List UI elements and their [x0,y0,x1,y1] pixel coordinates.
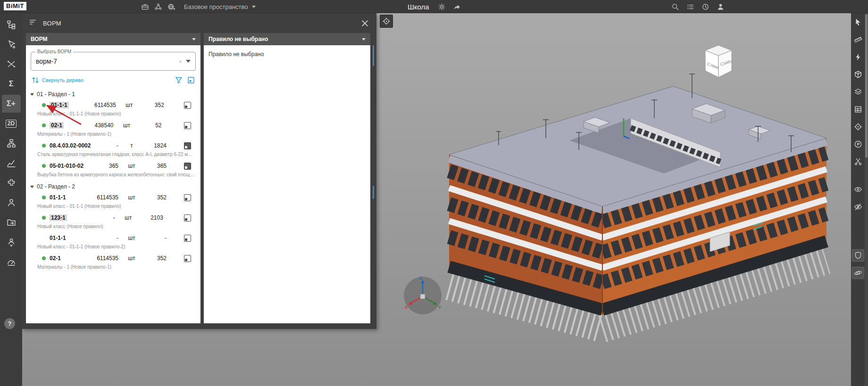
section-cut-button[interactable] [852,156,864,168]
item-code: 02-1 [50,255,91,262]
status-dot [42,216,46,220]
rule-link-icon[interactable] [184,194,191,201]
axis-y-label: Y [438,305,441,310]
axis-x-label: X [405,305,408,310]
tree-section-header[interactable]: 01 - Раздел - 1 [26,89,200,100]
panel-scrollbar[interactable] [373,186,374,199]
help-button[interactable]: ? [4,318,15,329]
item-code: 01-1-1 [50,194,91,201]
view-2d-button[interactable]: 2D [2,115,21,132]
plugins-button[interactable] [2,174,21,192]
rule-link-icon[interactable] [184,163,191,170]
item-subtitle: Новый класс - 01-1-1 (Новое правило) [26,110,196,117]
view-cube[interactable]: Слева Сзади [700,41,737,81]
drag-menu-icon[interactable] [29,18,37,28]
tree-item[interactable]: 02-1 438540 шт 52 Материалы - 1 (Новое п… [26,120,200,138]
tree-item[interactable]: 05-01-010-02 365 шт 365 Вырубка бетона и… [26,161,200,178]
viewport-focus-button[interactable] [380,15,393,28]
select-window-icon[interactable] [187,76,195,84]
status-dot [42,144,46,148]
connections-button[interactable] [2,55,21,73]
top-bar: BiMiT Базовое пространство Школа [0,0,868,13]
graph-button[interactable] [2,154,21,172]
tree-item[interactable]: 08.4.03.02-0002 - т 1824 Сталь арматурна… [26,140,200,158]
model-tree-button[interactable] [2,16,21,33]
sum-button[interactable]: Σ [2,75,21,93]
dashboard-gauge-button[interactable] [2,253,21,271]
rule-link-icon[interactable] [184,102,191,109]
rule-link-icon[interactable] [184,142,191,149]
account-icon[interactable] [715,2,726,11]
clear-icon[interactable]: × [175,58,186,65]
filter-icon[interactable] [175,76,183,84]
app-logo: BiMiT [4,2,26,10]
item-subtitle: Сталь арматурная горячекатаная гладкая, … [26,151,196,158]
select-tool-button[interactable] [2,35,21,53]
close-icon[interactable] [359,18,370,28]
collapse-tree-icon[interactable] [32,76,39,84]
parking-button[interactable]: P [852,138,864,150]
visibility-button[interactable] [852,183,864,196]
user-location-button[interactable] [2,233,21,251]
item-code: 01-1-1 [50,102,69,108]
workspace-select[interactable]: Базовое пространство [184,0,256,13]
collapse-tree-link[interactable]: Свернуть дерево [42,77,83,83]
window-title: ВОРМ [43,20,61,27]
item-subtitle: Материалы - 1 (Новое правило-1) [26,263,196,271]
project-title: Школа [408,0,429,13]
tree-item[interactable]: 01-1-1 6114535 шт 352 Новый класс - 01-1… [26,192,200,210]
list-icon[interactable] [685,2,695,11]
status-dot [42,164,46,168]
item-code: 08.4.03.02-0002 [50,142,91,149]
tree-item[interactable]: 01-1-1 6114535 шт 352 Новый класс - 01-1… [26,100,200,117]
cursor-tool-button[interactable] [852,16,864,28]
history-icon[interactable] [700,2,710,11]
tree-item[interactable]: 02-1 6114535 шт 352 Материалы - 1 (Новое… [26,253,200,271]
rule-section-header[interactable]: Правило не выбрано [204,33,370,45]
toolbox-icon[interactable] [140,2,150,11]
settings-gear-icon[interactable] [436,2,447,11]
measure-button[interactable] [852,33,864,46]
vorm-select[interactable]: Выбрать ВОРМ ворм-7 × [31,52,196,71]
vorm-panel: ВОРМ Выбрать ВОРМ ворм-7 × Свернуть дере… [26,33,200,323]
focus-target-button[interactable] [852,121,864,133]
item-subtitle: Вырубка бетона из арматурного каркаса же… [26,171,196,178]
sum-plus-button[interactable]: Σ+ [2,95,21,113]
orbit-3d-button[interactable] [852,267,864,279]
hide-button[interactable] [852,201,864,213]
vorm-section-header[interactable]: ВОРМ [26,33,200,45]
rule-link-icon[interactable] [184,255,191,262]
layers-button[interactable] [852,86,864,98]
tree-item[interactable]: 123-1 - шт 2103 Новый класс (Новое прави… [26,213,200,230]
structure-button[interactable] [2,134,21,152]
tree-item[interactable]: 01-1-1 - шт - Новый класс - 01-1-1 (Ново… [26,233,200,250]
item-subtitle: Новый класс - 01-1-1 (Новое правило-2) [26,243,196,250]
rule-link-icon[interactable] [184,214,191,222]
tree-section-header[interactable]: 02 - Раздел - 2 [26,181,200,192]
app-scrollbar-track[interactable] [865,13,868,386]
rule-link-icon[interactable] [184,122,191,129]
share-icon[interactable] [451,2,462,11]
item-code: 02-1 [50,122,64,129]
chevron-down-icon [252,6,256,8]
quick-actions-button[interactable] [852,51,864,63]
navigation-gyro[interactable]: Z X Y [402,274,443,315]
building-model [428,63,852,345]
team-icon[interactable] [153,2,163,11]
globe-add-icon[interactable] [166,2,176,11]
item-code: 123-1 [50,214,67,221]
search-icon[interactable] [670,2,680,11]
shield-button[interactable] [852,249,864,262]
status-dot [42,196,46,199]
user-button[interactable] [2,194,21,212]
right-toolbar: P [851,13,868,386]
app-scrollbar-thumb[interactable] [865,14,868,158]
panel-scrollbar[interactable] [373,45,374,66]
table-button[interactable] [852,103,864,115]
section-box-button[interactable] [852,68,864,81]
axis-z-label: Z [419,276,422,280]
rule-link-icon[interactable] [184,235,191,242]
status-dot [42,103,46,107]
shared-folder-button[interactable] [2,214,21,231]
chevron-down-icon[interactable] [186,60,191,63]
